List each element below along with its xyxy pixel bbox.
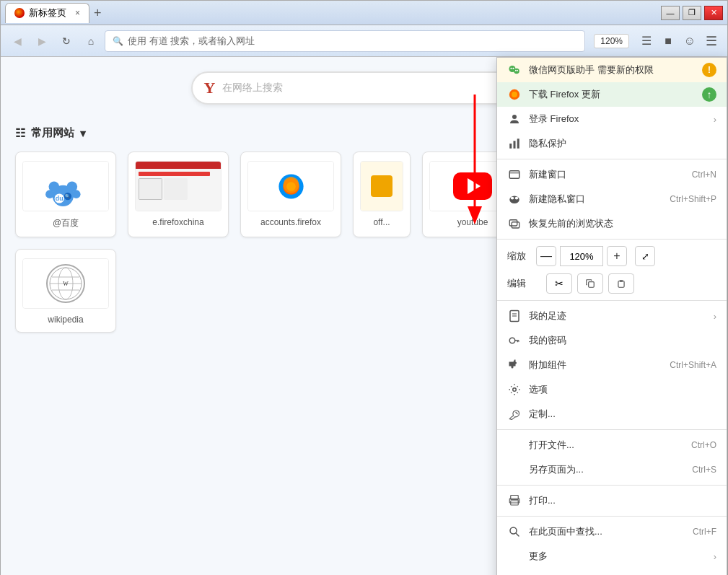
site-tile-other[interactable]: off... [353, 152, 411, 237]
back-btn[interactable]: ◀ [6, 31, 28, 51]
menu-item-open-file[interactable]: 打开文件... Ctrl+O [497, 433, 727, 457]
wechat-icon [507, 63, 522, 77]
browser-tab[interactable]: 新标签页 × [5, 3, 89, 23]
svg-point-11 [286, 182, 296, 191]
bookmarks-arrow: › [714, 311, 716, 322]
menu-item-new-window[interactable]: 新建窗口 Ctrl+N [497, 162, 727, 187]
forward-btn[interactable]: ▶ [31, 31, 53, 51]
brush-icon [507, 407, 522, 421]
menu-item-print[interactable]: 打印... [497, 488, 727, 513]
address-bar[interactable]: 🔍 使用 有道 搜索，或者输入网址 [105, 30, 585, 52]
zoom-row: 缩放 — 120% + ⤢ [497, 242, 727, 270]
menu-item-addons[interactable]: 附加组件 Ctrl+Shift+A [497, 353, 727, 377]
svg-text:du: du [56, 194, 63, 201]
zoom-plus-btn[interactable]: + [607, 246, 627, 266]
svg-point-32 [509, 196, 519, 204]
edit-row: 编辑 ✂ [497, 270, 727, 297]
more-arrow: › [714, 551, 716, 562]
site-thumbnail-firefoxchina: news [135, 161, 222, 211]
menu-item-new-private[interactable]: 新建隐私窗口 Ctrl+Shift+P [497, 187, 727, 211]
zoom-minus-btn[interactable]: — [536, 246, 556, 266]
tab-close-btn[interactable]: × [75, 8, 80, 18]
wikipedia-globe-icon: W [46, 264, 85, 303]
refresh-btn[interactable]: ↻ [56, 31, 77, 51]
svg-point-43 [509, 338, 515, 343]
menu-item-passwords[interactable]: 我的密码 [497, 328, 727, 353]
restore-label: 恢复先前的浏览状态 [529, 217, 716, 230]
login-menu-label: 登录 Firefox [529, 113, 714, 126]
dropdown-menu: 微信网页版助手 需要新的权限 ! 下载 Firefox 更新 ↑ 登录 Fire… [496, 57, 727, 575]
restore-icon [507, 216, 522, 231]
divider-2 [497, 239, 727, 240]
window-icon [507, 167, 522, 182]
save-page-shortcut: Ctrl+S [692, 465, 716, 475]
close-btn[interactable]: ✕ [704, 6, 723, 20]
svg-line-48 [516, 412, 518, 414]
svg-rect-37 [589, 282, 595, 288]
svg-line-54 [516, 533, 519, 536]
find-search-icon [507, 524, 522, 539]
new-tab-btn[interactable]: + [94, 6, 102, 19]
svg-rect-29 [517, 139, 519, 149]
menu-item-restore[interactable]: 恢复先前的浏览状态 [497, 211, 727, 236]
site-tile-wikipedia[interactable]: W wikipedia [15, 249, 116, 333]
paste-btn[interactable] [608, 273, 634, 294]
new-private-label: 新建隐私窗口 [529, 193, 670, 206]
site-thumbnail-accounts [247, 161, 334, 211]
copy-btn[interactable] [577, 273, 603, 294]
puzzle-icon [507, 358, 522, 372]
svg-marker-62 [468, 206, 482, 224]
key-icon [507, 333, 522, 348]
svg-point-23 [517, 70, 518, 71]
menu-item-save-page[interactable]: 另存页面为... Ctrl+S [497, 457, 727, 482]
menu-item-more[interactable]: 更多 › [497, 544, 727, 569]
svg-point-33 [511, 197, 514, 200]
chart-icon [507, 136, 522, 151]
divider-1 [497, 159, 727, 159]
update-arrow-icon: ↑ [702, 87, 716, 102]
cut-btn[interactable]: ✂ [546, 273, 572, 294]
menu-btn[interactable]: ☰ [701, 31, 722, 51]
firefox-update-icon [507, 87, 522, 102]
customize-label: 定制... [529, 408, 716, 421]
home-btn[interactable]: ⌂ [80, 31, 102, 51]
site-tile-baidu[interactable]: du 🔍 @百度 [15, 152, 116, 237]
menu-item-webdev[interactable]: Web 开发者 › [497, 569, 727, 575]
svg-point-20 [512, 68, 514, 69]
login-arrow: › [714, 114, 716, 125]
divider-5 [497, 485, 727, 486]
firefox-update-label: 下载 Firefox 更新 [529, 88, 702, 101]
menu-item-privacy[interactable]: 隐私保护 [497, 131, 727, 156]
zoom-fullscreen-btn[interactable]: ⤢ [635, 246, 655, 266]
mask-icon [507, 192, 522, 206]
account-btn[interactable]: ☺ [680, 31, 700, 51]
addons-label: 附加组件 [529, 359, 670, 372]
svg-point-34 [515, 197, 519, 200]
minimize-btn[interactable]: — [661, 6, 680, 20]
menu-item-options[interactable]: 选项 [497, 377, 727, 402]
site-label-firefoxchina: e.firefoxchina [152, 217, 203, 227]
zoom-indicator: 120% [594, 34, 629, 48]
site-thumbnail-wikipedia: W [22, 258, 109, 309]
dropdown-arrow[interactable]: ▾ [80, 127, 86, 140]
svg-point-26 [512, 115, 517, 119]
reader-mode-btn[interactable]: ■ [658, 31, 678, 51]
site-tile-firefoxchina[interactable]: news e.firefoxchina [128, 152, 229, 237]
menu-item-bookmarks[interactable]: 我的足迹 › [497, 304, 727, 328]
gear-icon [507, 382, 522, 397]
addons-shortcut: Ctrl+Shift+A [670, 360, 716, 370]
menu-item-login[interactable]: 登录 Firefox › [497, 107, 727, 131]
menu-item-wechat[interactable]: 微信网页版助手 需要新的权限 ! [497, 58, 727, 82]
nav-bar: ◀ ▶ ↻ ⌂ 🔍 使用 有道 搜索，或者输入网址 120% ☰ ■ ☺ ☰ [1, 25, 727, 57]
site-tile-accounts[interactable]: accounts.firefox [240, 152, 341, 237]
menu-item-firefox-update[interactable]: 下载 Firefox 更新 ↑ [497, 82, 727, 107]
restore-btn[interactable]: ❐ [683, 6, 701, 20]
menu-item-customize[interactable]: 定制... [497, 402, 727, 426]
site-label-baidu: @百度 [53, 217, 79, 229]
svg-point-19 [510, 68, 512, 69]
tab-favicon [14, 8, 25, 18]
menu-item-find[interactable]: 在此页面中查找... Ctrl+F [497, 519, 727, 544]
bookmarks-toolbar-btn[interactable]: ☰ [636, 31, 657, 51]
open-file-label: 打开文件... [529, 439, 691, 452]
save-icon [507, 462, 522, 477]
